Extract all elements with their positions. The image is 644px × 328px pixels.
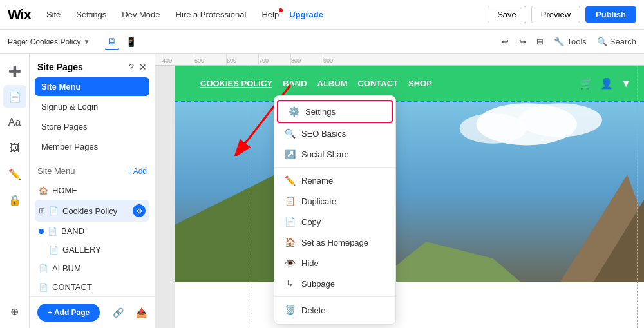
zoom-button[interactable]: ⊞ [536,37,544,46]
context-menu-item-label: Hide [301,258,319,268]
site-pages-nav: Site Menu Signup & Login Store Pages Mem… [30,77,155,161]
ruler-mark: 600 [226,54,258,65]
homepage-icon: 🏠 [285,237,295,247]
pages-panel-button[interactable]: 📄 [3,85,26,108]
preview-button[interactable]: Preview [531,6,580,23]
gallery-page-icon: 📄 [49,246,59,255]
context-menu-item-set-homepage[interactable]: 🏠 Set as Homepage [274,232,395,253]
desktop-view-button[interactable]: 🖥 [105,34,119,50]
ruler-mark: 500 [194,54,226,65]
context-menu-item-label: Duplicate [301,197,336,206]
list-item[interactable]: ⊞ 📄 Cookies Policy ⚙ [35,200,149,222]
ruler-mark: 900 [323,54,355,65]
context-menu-item-settings[interactable]: ⚙️ Settings [277,100,393,123]
list-item[interactable]: 📄 BAND [35,222,149,240]
context-menu-item-seo[interactable]: 🔍 SEO Basics [274,123,395,144]
delete-icon: 🗑️ [285,305,295,315]
top-nav-right: Save Preview Publish [488,6,636,23]
mobile-view-button[interactable]: 📱 [123,34,139,50]
context-menu-item-subpage[interactable]: ↳ Subpage [274,273,395,294]
context-menu-item-social-share[interactable]: ↗️ Social Share [274,144,395,164]
add-page-inline-button[interactable]: + Add [127,167,147,176]
add-elements-button[interactable]: ➕ [3,59,26,82]
site-nav-link[interactable]: SHOP [408,79,432,88]
horizontal-ruler: 400 500 600 700 800 900 [155,54,644,66]
settings-menu-button[interactable]: Settings [71,7,111,22]
tools-button[interactable]: 🔧 Tools [554,37,586,46]
text-tool-button[interactable]: Aa [3,111,26,134]
list-item[interactable]: 🏠 HOME [35,181,149,200]
context-menu-item-rename[interactable]: ✏️ Rename [274,170,395,191]
add-page-button[interactable]: + Add Page [37,304,100,322]
upgrade-button[interactable]: Upgrade [289,10,323,19]
album-page-icon: 📄 [39,264,48,273]
context-menu-item-hide[interactable]: 👁️ Hide [274,253,395,273]
site-preview[interactable]: Cookies Policy BAND ALBUM CONTACT SHOP 🛒… [175,66,644,328]
list-item[interactable]: 📄 CONTACT [35,278,149,296]
contact-page-icon: 📄 [39,283,48,292]
store-pages-nav-item[interactable]: Store Pages [35,117,149,136]
rename-icon: ✏️ [285,175,295,186]
seo-icon: 🔍 [285,128,295,139]
secondary-toolbar: Page: Cookies Policy ▼ 🖥 📱 ↩ ↪ ⊞ 🔧 Tools… [0,30,644,54]
share-icon-button[interactable]: 📤 [136,307,147,318]
page-item-label: Cookies Policy [62,206,117,216]
panel-title: Site Pages [37,62,83,72]
hire-professional-button[interactable]: Hire a Professional [171,7,252,22]
panel-header-icons: ? ✕ [129,62,147,72]
redo-button[interactable]: ↪ [519,37,526,46]
band-page-icon: 📄 [48,227,57,236]
panel-close-button[interactable]: ✕ [139,62,147,72]
current-page-label: Page: Cookies Policy [8,37,80,46]
context-menu-item-label: Rename [301,176,333,186]
site-menu-section: Site Menu + Add 🏠 HOME ⊞ 📄 Cookies Polic… [30,161,155,296]
page-item-label: ALBUM [52,264,81,273]
tools-icon: 🔧 [554,37,564,46]
site-menu-nav-item[interactable]: Site Menu [35,77,149,96]
cart-icon: 🛒 [580,77,592,90]
undo-button[interactable]: ↩ [502,37,509,46]
panel-footer: + Add Page 🔗 📤 [30,296,155,328]
panel-help-button[interactable]: ? [129,62,134,72]
svg-point-4 [518,103,602,137]
main-area: ➕ 📄 Aa 🖼 ✏️ 🔒 ⊕ Site Pages ? ✕ Site Menu… [0,54,644,328]
device-toggle-group: 🖥 📱 [105,34,139,50]
context-menu-item-duplicate[interactable]: 📋 Duplicate [274,191,395,211]
site-menu-button[interactable]: Site [41,7,66,22]
context-menu-item-label: Delete [301,305,326,315]
hide-icon: 👁️ [285,258,295,268]
page-item-label: HOME [52,186,77,195]
context-menu: ⚙️ Settings 🔍 SEO Basics ↗️ Social Share… [274,95,396,325]
search-icon: 🔍 [597,37,607,46]
left-sidebar: ➕ 📄 Aa 🖼 ✏️ 🔒 ⊕ [0,54,30,328]
media-button[interactable]: 🖼 [3,137,26,160]
publish-button[interactable]: Publish [585,6,636,23]
page-item-label: BAND [61,226,84,236]
link-icon-button[interactable]: 🔗 [113,307,124,318]
layers-button[interactable]: ⊕ [3,300,26,323]
context-menu-divider [274,167,395,168]
save-button[interactable]: Save [488,6,526,23]
chevron-down-icon: ▼ [621,78,631,90]
site-menu-section-header: Site Menu + Add [35,161,149,181]
search-button[interactable]: 🔍 Search [597,37,636,46]
signup-login-nav-item[interactable]: Signup & Login [35,97,149,116]
duplicate-icon: 📋 [285,196,295,206]
page-settings-gear-button[interactable]: ⚙ [133,204,146,217]
list-item[interactable]: 📄 ALBUM [35,259,149,278]
home-page-icon: 🏠 [39,186,48,195]
list-item[interactable]: 📄 GALLERY [35,240,149,259]
member-pages-nav-item[interactable]: Member Pages [35,137,149,156]
context-menu-item-label: Settings [305,107,336,117]
context-menu-item-copy[interactable]: 📄 Copy [274,211,395,232]
context-menu-item-delete[interactable]: 🗑️ Delete [274,300,395,320]
help-button[interactable]: Help [256,7,284,22]
design-button[interactable]: ✏️ [3,162,26,186]
site-menu-label: Site Menu [37,166,75,176]
site-nav-link[interactable]: CONTACT [357,79,398,88]
dev-mode-button[interactable]: Dev Mode [117,7,165,22]
lock-icon[interactable]: 🔒 [3,188,26,211]
ruler-marks: 400 500 600 700 800 900 [155,54,355,65]
page-item-label: CONTACT [52,282,92,292]
page-selector[interactable]: Page: Cookies Policy ▼ [8,37,90,46]
